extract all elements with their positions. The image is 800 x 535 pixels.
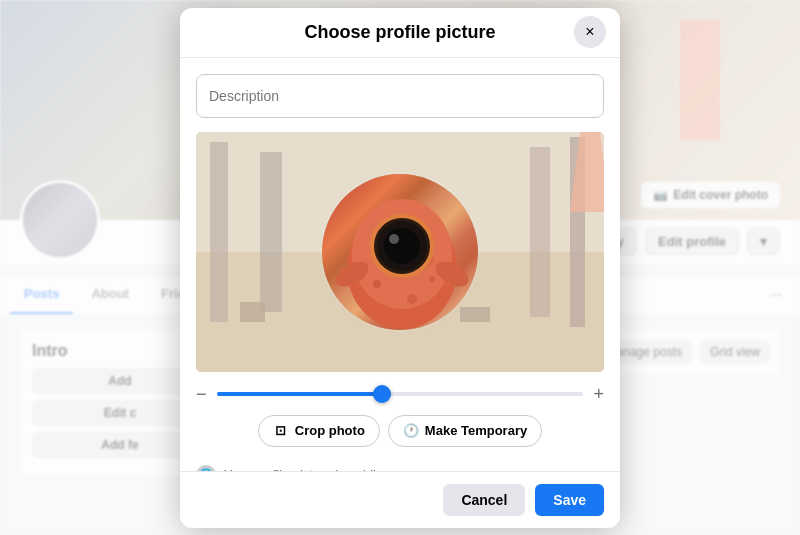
- svg-point-23: [429, 276, 435, 282]
- slider-fill: [217, 392, 382, 396]
- photo-crop-area[interactable]: [196, 132, 604, 372]
- profile-picture-modal: Choose profile picture ×: [180, 8, 620, 528]
- svg-point-22: [373, 280, 381, 288]
- svg-point-19: [384, 228, 420, 264]
- clock-icon: 🕐: [403, 423, 419, 439]
- zoom-out-icon[interactable]: −: [196, 384, 207, 405]
- slider-thumb[interactable]: [373, 385, 391, 403]
- zoom-slider-row: − +: [196, 384, 604, 405]
- modal-body: − + ⊡ Crop photo 🕐 Make Temporary: [180, 58, 620, 471]
- modal-overlay: Choose profile picture ×: [0, 0, 800, 535]
- zoom-in-icon[interactable]: +: [593, 384, 604, 405]
- cancel-button[interactable]: Cancel: [443, 484, 525, 516]
- crop-circle[interactable]: [320, 172, 480, 332]
- modal-title: Choose profile picture: [304, 22, 495, 43]
- save-button[interactable]: Save: [535, 484, 604, 516]
- modal-footer: Cancel Save: [180, 471, 620, 528]
- svg-point-20: [389, 234, 399, 244]
- creature-image: [322, 174, 480, 332]
- crop-photo-button[interactable]: ⊡ Crop photo: [258, 415, 380, 447]
- modal-close-button[interactable]: ×: [574, 16, 606, 48]
- close-icon: ×: [585, 23, 594, 41]
- svg-point-24: [407, 294, 417, 304]
- modal-header: Choose profile picture ×: [180, 8, 620, 58]
- crop-icon: ⊡: [273, 423, 289, 439]
- make-temporary-button[interactable]: 🕐 Make Temporary: [388, 415, 542, 447]
- zoom-slider-track[interactable]: [217, 392, 584, 396]
- description-input[interactable]: [196, 74, 604, 118]
- action-buttons-row: ⊡ Crop photo 🕐 Make Temporary: [196, 415, 604, 447]
- crop-circle-content: [322, 174, 478, 330]
- privacy-notice: 🌐 Your profile picture is public.: [196, 457, 604, 471]
